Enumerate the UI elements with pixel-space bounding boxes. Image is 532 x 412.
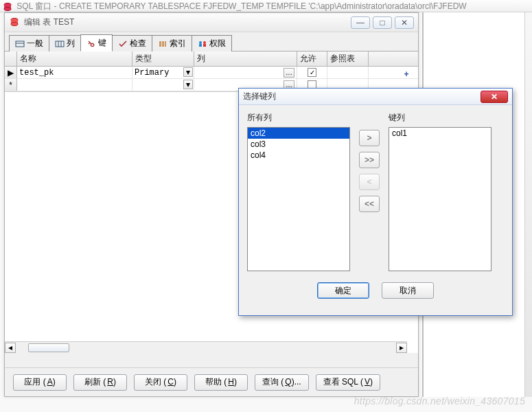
cell-allow[interactable] (297, 67, 327, 78)
dropdown-button[interactable]: ▾ (183, 67, 193, 77)
select-key-columns-dialog: 选择键列 ✕ 所有列 键列 col2col3col4 > >> < << col… (238, 88, 513, 316)
button-label: 刷新 (R) (84, 376, 116, 388)
row-marker: * (5, 79, 17, 91)
ok-button[interactable]: 确定 (317, 282, 369, 299)
column-header-ref[interactable]: 参照表 (327, 52, 369, 66)
move-all-left-button[interactable]: << (359, 196, 380, 212)
checkbox[interactable] (308, 68, 316, 77)
svg-point-15 (203, 41, 206, 44)
list-item[interactable]: col2 (248, 128, 349, 139)
dropdown-button[interactable]: ▾ (183, 80, 193, 89)
cell-type[interactable]: Primary▾ (132, 67, 194, 78)
tab-label: 检查 (130, 38, 146, 49)
row-marker: ▶ (5, 67, 17, 78)
key-columns-listbox[interactable]: col1 (389, 127, 491, 271)
window-title: 编辑 表 TEST (24, 16, 351, 28)
tab-label: 权限 (209, 38, 226, 49)
background-window-title-text: SQL 窗口 - CREATE TEMPORARY TABLESPACE FJF… (16, 1, 466, 11)
tab-general-icon (15, 40, 25, 48)
tab-privs-icon (198, 40, 207, 48)
dialog-close-button[interactable]: ✕ (481, 91, 508, 103)
list-item[interactable]: col1 (389, 128, 491, 139)
svg-rect-6 (16, 41, 24, 47)
tab-checks-icon (118, 40, 128, 48)
tab-columns[interactable]: 列 (49, 35, 81, 52)
refresh-button[interactable]: 刷新 (R) (73, 374, 127, 391)
minimize-button[interactable]: — (351, 16, 370, 29)
background-window-title: SQL 窗口 - CREATE TEMPORARY TABLESPACE FJF… (0, 0, 532, 12)
titlebar[interactable]: 编辑 表 TEST — □ ✕ (5, 13, 418, 32)
move-all-right-button[interactable]: >> (359, 152, 380, 168)
svg-point-14 (199, 41, 202, 44)
scroll-thumb[interactable] (28, 343, 69, 352)
ellipsis-button[interactable]: … (284, 68, 294, 78)
list-item[interactable]: col3 (248, 139, 349, 150)
keys-grid: 名称类型列允许参照表 ▶test_pkPrimary▾…*▾… + – (5, 52, 418, 92)
cell-cols[interactable]: … (194, 67, 297, 78)
column-header-type[interactable]: 类型 (132, 52, 194, 66)
tab-label: 一般 (27, 38, 43, 49)
tab-general[interactable]: 一般 (9, 35, 49, 52)
scroll-left-button[interactable]: ◂ (5, 343, 16, 353)
button-label: 帮助 (H) (205, 376, 237, 388)
all-columns-listbox[interactable]: col2col3col4 (247, 127, 350, 271)
tab-privs[interactable]: 权限 (192, 35, 232, 52)
db-icon (9, 17, 20, 28)
svg-rect-17 (203, 44, 206, 47)
all-columns-label: 所有列 (247, 112, 350, 124)
svg-rect-11 (159, 41, 161, 47)
horizontal-scrollbar[interactable]: ◂ ▸ (5, 341, 407, 353)
dialog-titlebar[interactable]: 选择键列 ✕ (239, 89, 512, 105)
column-header-cols[interactable]: 列 (194, 52, 297, 66)
apply-button[interactable]: 应用 (A) (13, 374, 67, 391)
svg-rect-8 (56, 41, 64, 47)
move-left-button[interactable]: < (359, 174, 380, 190)
svg-point-2 (4, 7, 11, 10)
db-icon (3, 2, 12, 12)
button-bar: 应用 (A)刷新 (R)关闭 (C)帮助 (H)查询 (Q)...查看 SQL … (5, 367, 418, 396)
watermark: https://blog.csdn.net/weixin_43607015 (354, 396, 525, 407)
cell-type[interactable]: ▾ (132, 79, 194, 91)
scroll-right-button[interactable]: ▸ (396, 343, 407, 353)
button-label: 查看 SQL (V) (323, 376, 373, 388)
cancel-button[interactable]: 取消 (382, 282, 434, 299)
dialog-title: 选择键列 (243, 91, 481, 102)
tab-label: 键 (98, 37, 106, 49)
button-label: 查询 (Q)... (262, 376, 301, 388)
viewsql-button[interactable]: 查看 SQL (V) (316, 374, 380, 391)
svg-point-5 (11, 22, 18, 25)
close-button[interactable]: ✕ (395, 16, 414, 29)
tab-keys[interactable]: 键 (80, 34, 113, 52)
column-header-allow[interactable]: 允许 (297, 52, 327, 66)
tab-keys-icon (86, 39, 96, 47)
close-button[interactable]: 关闭 (C) (134, 374, 187, 391)
list-item[interactable]: col4 (248, 150, 349, 161)
grid-corner (5, 52, 17, 66)
query-button[interactable]: 查询 (Q)... (255, 374, 309, 391)
cell-name[interactable]: test_pk (17, 67, 132, 78)
button-label: 应用 (A) (24, 376, 55, 388)
svg-rect-13 (165, 41, 166, 47)
key-columns-label: 键列 (389, 112, 491, 124)
cell-name[interactable] (17, 79, 132, 91)
cell-ref[interactable] (327, 67, 369, 78)
help-button[interactable]: 帮助 (H) (194, 374, 248, 391)
column-header-name[interactable]: 名称 (17, 52, 132, 66)
add-row-button[interactable]: + (400, 69, 413, 79)
tab-indexes[interactable]: 索引 (152, 35, 192, 52)
svg-rect-16 (199, 44, 202, 47)
tab-label: 索引 (170, 38, 186, 49)
svg-rect-12 (162, 41, 164, 47)
grid-header-row: 名称类型列允许参照表 (5, 52, 418, 67)
tab-indexes-icon (158, 40, 167, 48)
table-row[interactable]: ▶test_pkPrimary▾… (5, 67, 418, 79)
tab-label: 列 (67, 38, 75, 49)
button-label: 关闭 (C) (145, 376, 176, 388)
tab-strip: 一般列键检查索引权限 (5, 32, 418, 52)
tab-columns-icon (55, 40, 65, 48)
tab-checks[interactable]: 检查 (112, 35, 152, 52)
move-right-button[interactable]: > (359, 130, 380, 146)
maximize-button[interactable]: □ (373, 16, 392, 29)
